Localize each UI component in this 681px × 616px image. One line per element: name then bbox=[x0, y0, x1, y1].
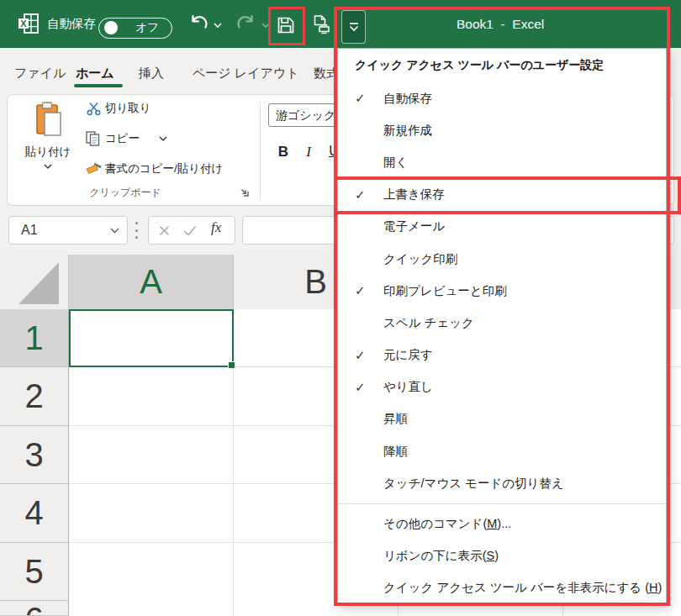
menu-item-quick-print[interactable]: クイック印刷 bbox=[338, 243, 666, 275]
row-header-1[interactable]: 1 bbox=[0, 309, 69, 367]
select-all-corner[interactable] bbox=[0, 255, 69, 309]
menu-item-new[interactable]: 新規作成 bbox=[338, 114, 666, 146]
redo-icon bbox=[235, 13, 257, 35]
clipboard-group-label: クリップボード bbox=[50, 186, 201, 200]
qat-chevron-icon bbox=[348, 22, 360, 33]
paste-label: 貼り付け bbox=[23, 145, 73, 160]
formula-bar-buttons: fx bbox=[148, 216, 235, 245]
menu-item-email[interactable]: 電子メール bbox=[338, 211, 666, 243]
italic-button[interactable]: I bbox=[300, 144, 317, 166]
name-box-value: A1 bbox=[21, 217, 38, 244]
menu-item-sort-ascending[interactable]: 昇順 bbox=[338, 403, 666, 435]
autosave-toggle[interactable]: オフ bbox=[98, 18, 172, 39]
menu-separator bbox=[338, 503, 666, 504]
cut-scissors-icon bbox=[87, 102, 101, 116]
format-painter-brush-icon bbox=[86, 162, 102, 176]
select-all-triangle-icon bbox=[18, 262, 59, 304]
autosave-label: 自動保存 bbox=[47, 0, 96, 48]
title-bar: X 自動保存 オフ bbox=[0, 0, 681, 48]
tab-formulas[interactable]: 数式 bbox=[314, 66, 339, 82]
copy-dropdown-icon bbox=[159, 136, 167, 142]
column-header-a[interactable]: A bbox=[69, 255, 234, 309]
insert-function-icon[interactable]: fx bbox=[211, 219, 221, 236]
undo-icon[interactable] bbox=[187, 13, 209, 35]
active-tab-underline bbox=[74, 84, 123, 87]
copy-label: コピー bbox=[105, 131, 140, 146]
check-icon: ✓ bbox=[355, 380, 383, 395]
active-cell-a1[interactable] bbox=[69, 309, 234, 367]
tab-insert[interactable]: 挿入 bbox=[139, 66, 164, 82]
toggle-knob bbox=[104, 21, 118, 34]
svg-text:X: X bbox=[20, 18, 27, 29]
row-header-4[interactable]: 4 bbox=[0, 484, 69, 543]
copy-icon bbox=[86, 131, 100, 146]
check-icon: ✓ bbox=[355, 91, 383, 106]
menu-item-print-preview[interactable]: ✓ 印刷プレビューと印刷 bbox=[338, 275, 666, 307]
row-header-2[interactable]: 2 bbox=[0, 367, 69, 426]
excel-app-icon: X bbox=[17, 12, 40, 35]
name-box-dropdown-icon[interactable] bbox=[110, 228, 119, 234]
group-separator bbox=[260, 102, 261, 201]
check-icon: ✓ bbox=[355, 283, 383, 298]
toggle-state-label: オフ bbox=[128, 18, 166, 37]
paste-dropdown-icon bbox=[44, 164, 52, 170]
save-icon[interactable] bbox=[275, 14, 297, 36]
menu-item-save[interactable]: ✓ 上書き保存 bbox=[338, 179, 666, 211]
menu-item-touch-mouse-mode[interactable]: タッチ/マウス モードの切り替え bbox=[338, 467, 666, 499]
tab-page-layout[interactable]: ページ レイアウト bbox=[193, 66, 299, 82]
menu-item-spell-check[interactable]: スペル チェック bbox=[338, 307, 666, 339]
window-title: Book1 - Excel bbox=[457, 0, 544, 48]
paste-clipboard-icon bbox=[35, 102, 62, 137]
menu-item-more-commands[interactable]: その他のコマンド(M)... bbox=[338, 508, 666, 540]
row-header-5[interactable]: 5 bbox=[0, 543, 69, 601]
menu-item-autosave[interactable]: ✓ 自動保存 bbox=[338, 82, 666, 114]
qat-customize-menu: クイック アクセス ツール バーのユーザー設定 ✓ 自動保存 新規作成 開く ✓… bbox=[337, 48, 667, 603]
formula-bar-grip[interactable] bbox=[135, 222, 138, 239]
excel-window: X 自動保存 オフ bbox=[0, 0, 681, 616]
tab-file[interactable]: ファイル bbox=[14, 66, 66, 82]
cut-label: 切り取り bbox=[105, 101, 151, 116]
name-box[interactable]: A1 bbox=[8, 216, 128, 245]
clipboard-dialog-launcher-icon[interactable] bbox=[240, 187, 250, 197]
menu-item-show-below-ribbon[interactable]: リボンの下に表示(S) bbox=[338, 540, 666, 572]
row-header-3[interactable]: 3 bbox=[0, 426, 69, 484]
paste-button[interactable]: 貼り付け bbox=[19, 98, 77, 186]
enter-entry-icon[interactable] bbox=[183, 225, 197, 236]
menu-item-sort-descending[interactable]: 降順 bbox=[338, 435, 666, 467]
qat-customize-button[interactable] bbox=[341, 10, 366, 44]
redo-dropdown-icon bbox=[261, 23, 270, 29]
menu-title: クイック アクセス ツール バーのユーザー設定 bbox=[338, 49, 666, 82]
check-icon: ✓ bbox=[355, 187, 383, 203]
undo-dropdown-icon[interactable] bbox=[214, 23, 222, 29]
menu-item-open[interactable]: 開く bbox=[338, 146, 666, 178]
bold-button[interactable]: B bbox=[273, 144, 293, 166]
menu-item-hide-qat[interactable]: クイック アクセス ツール バーを非表示にする (H) bbox=[338, 572, 666, 604]
menu-item-redo[interactable]: ✓ やり直し bbox=[338, 371, 666, 403]
menu-item-undo[interactable]: ✓ 元に戻す bbox=[338, 340, 666, 371]
tab-home[interactable]: ホーム bbox=[76, 66, 114, 82]
format-painter-label: 書式のコピー/貼り付け bbox=[105, 161, 223, 176]
row-header-6[interactable]: 6 bbox=[0, 601, 69, 616]
print-preview-icon[interactable] bbox=[310, 13, 332, 35]
cancel-entry-icon[interactable] bbox=[159, 225, 170, 236]
fill-handle[interactable] bbox=[228, 361, 235, 369]
check-icon: ✓ bbox=[355, 348, 383, 363]
